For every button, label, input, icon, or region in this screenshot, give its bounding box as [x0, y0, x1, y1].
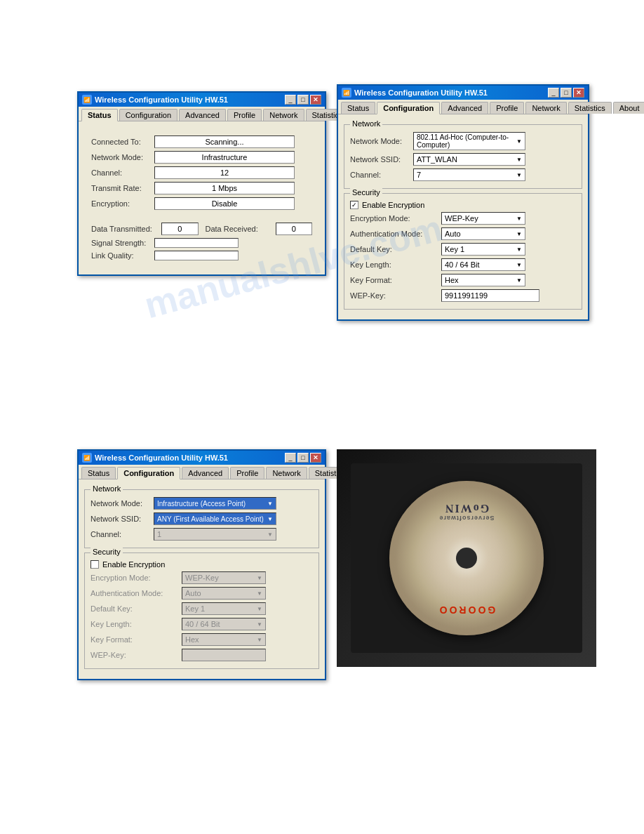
channel-select-3: 1 ▼ — [154, 528, 276, 541]
auth-mode-row-2: Authentication Mode: Auto ▼ — [350, 227, 576, 240]
tabs-bar-2: Status Configuration Advanced Profile Ne… — [338, 100, 588, 114]
tab-network-3[interactable]: Network — [266, 467, 307, 479]
network-mode-arrow-3: ▼ — [267, 501, 273, 507]
tab-about-2[interactable]: About — [613, 102, 644, 114]
wep-key-row-3: WEP-Key: — [90, 649, 313, 661]
ssid-select-3[interactable]: ANY (First Available Access Point) ▼ — [154, 512, 276, 525]
dialog-content-3: Network Network Mode: Infrastructure (Ac… — [79, 479, 325, 679]
maximize-button-2[interactable]: □ — [561, 88, 572, 98]
network-group-2: Network Network Mode: 802.11 Ad-Hoc (Com… — [344, 124, 582, 189]
transmit-rate-row: Transmit Rate: 1 Mbps — [91, 182, 312, 194]
ssid-row-2: Network SSID: ATT_WLAN ▼ — [350, 153, 576, 166]
network-group-title-2: Network — [350, 119, 382, 128]
wep-key-value-3 — [182, 649, 266, 661]
network-mode-value-1: Infrastructure — [154, 151, 295, 164]
channel-row-3: Channel: 1 ▼ — [90, 528, 313, 541]
title-text-3: 📶 Wireless Configuration Utility HW.51 — [82, 453, 228, 463]
minimize-button-2[interactable]: _ — [548, 88, 559, 98]
default-key-select-2[interactable]: Key 1 ▼ — [441, 243, 525, 256]
network-mode-label-1: Network Mode: — [91, 153, 154, 161]
enable-encryption-row-3: Enable Encryption — [90, 560, 313, 569]
network-group-3: Network Network Mode: Infrastructure (Ac… — [84, 489, 319, 548]
enc-mode-label-3: Encryption Mode: — [90, 574, 182, 582]
enable-encryption-checkbox-2[interactable]: ✓ — [350, 201, 358, 209]
signal-strength-bar — [154, 238, 239, 248]
auth-mode-arrow-2: ▼ — [516, 231, 522, 237]
cd-text-gowin: GoWIN — [421, 502, 512, 515]
enc-mode-label-2: Encryption Mode: — [350, 214, 441, 223]
title-buttons-1[interactable]: _ □ ✕ — [285, 95, 321, 105]
dialog-2: 📶 Wireless Configuration Utility HW.51 _… — [337, 84, 589, 321]
channel-select-2[interactable]: 7 ▼ — [413, 168, 525, 181]
dialog-content-1: Connected To: Scanning... Network Mode: … — [79, 121, 325, 274]
security-group-3: Security Enable Encryption Encryption Mo… — [84, 552, 319, 669]
minimize-button-1[interactable]: _ — [285, 95, 296, 105]
security-group-title-2: Security — [350, 188, 382, 197]
wep-key-label-2: WEP-Key: — [350, 291, 441, 300]
enc-mode-select-3: WEP-Key ▼ — [182, 571, 266, 584]
title-text-2: 📶 Wireless Configuration Utility HW.51 — [342, 88, 488, 98]
key-length-select-2[interactable]: 40 / 64 Bit ▼ — [441, 258, 525, 271]
cd-text-serversoftware: Serversoftware — [421, 515, 512, 522]
ssid-select-2[interactable]: ATT_WLAN ▼ — [413, 153, 525, 166]
maximize-button-3[interactable]: □ — [297, 453, 309, 463]
network-mode-select-3[interactable]: Infrastructure (Access Point) ▼ — [154, 497, 276, 510]
tab-status-2[interactable]: Status — [341, 102, 375, 114]
connected-to-value: Scanning... — [154, 135, 295, 148]
default-key-row-2: Default Key: Key 1 ▼ — [350, 243, 576, 256]
key-format-row-3: Key Format: Hex ▼ — [90, 633, 313, 646]
cd-image: Serversoftware GoWIN GOOROO — [337, 449, 596, 667]
tab-config-1[interactable]: Configuration — [119, 109, 177, 121]
tab-advanced-1[interactable]: Advanced — [179, 109, 226, 121]
data-transmitted-row: Data Transmitted: 0 Data Received: 0 — [91, 223, 312, 235]
close-button-2[interactable]: ✕ — [573, 88, 584, 98]
tab-profile-2[interactable]: Profile — [490, 102, 524, 114]
key-format-label-2: Key Format: — [350, 276, 441, 284]
close-button-3[interactable]: ✕ — [310, 453, 321, 463]
tab-status-3[interactable]: Status — [81, 467, 116, 479]
title-bar-2: 📶 Wireless Configuration Utility HW.51 _… — [338, 86, 588, 100]
tab-config-2[interactable]: Configuration — [377, 102, 440, 114]
tabs-bar-1: Status Configuration Advanced Profile Ne… — [79, 107, 325, 121]
enc-mode-row-2: Encryption Mode: WEP-Key ▼ — [350, 212, 576, 225]
title-buttons-3[interactable]: _ □ ✕ — [285, 453, 321, 463]
tab-status-1[interactable]: Status — [81, 109, 118, 121]
cd-text-gooroo: GOOROO — [438, 604, 496, 616]
enc-mode-select-2[interactable]: WEP-Key ▼ — [441, 212, 525, 225]
channel-value-1: 12 — [154, 166, 295, 179]
tab-advanced-3[interactable]: Advanced — [182, 467, 229, 479]
key-length-arrow-2: ▼ — [516, 262, 522, 268]
network-mode-select-2[interactable]: 802.11 Ad-Hoc (Computer-to-Computer) ▼ — [413, 132, 525, 150]
tab-statistics-2[interactable]: Statistics — [568, 102, 612, 114]
close-button-1[interactable]: ✕ — [310, 95, 321, 105]
tab-config-3[interactable]: Configuration — [117, 467, 180, 479]
title-buttons-2[interactable]: _ □ ✕ — [548, 88, 584, 98]
enable-encryption-checkbox-3[interactable] — [90, 560, 99, 569]
auth-mode-select-2[interactable]: Auto ▼ — [441, 227, 525, 240]
maximize-button-1[interactable]: □ — [297, 95, 309, 105]
signal-strength-row: Signal Strength: — [91, 238, 312, 248]
channel-arrow-2: ▼ — [516, 172, 522, 178]
channel-row-1: Channel: 12 — [91, 166, 312, 179]
tab-network-2[interactable]: Network — [525, 102, 566, 114]
enc-mode-row-3: Encryption Mode: WEP-Key ▼ — [90, 571, 313, 584]
tab-profile-1[interactable]: Profile — [227, 109, 262, 121]
channel-label-1: Channel: — [91, 168, 154, 177]
key-length-label-2: Key Length: — [350, 260, 441, 269]
auth-mode-label-2: Authentication Mode: — [350, 230, 441, 238]
tab-profile-3[interactable]: Profile — [230, 467, 264, 479]
link-quality-bar — [154, 251, 239, 260]
encryption-label-1: Encryption: — [91, 199, 154, 208]
wep-key-value-2[interactable]: 9911991199 — [441, 289, 539, 302]
enc-mode-arrow-3: ▼ — [257, 575, 262, 581]
tab-network-1[interactable]: Network — [263, 109, 304, 121]
link-quality-label: Link Quality: — [91, 251, 154, 260]
key-length-row-2: Key Length: 40 / 64 Bit ▼ — [350, 258, 576, 271]
tab-advanced-2[interactable]: Advanced — [441, 102, 488, 114]
key-format-select-2[interactable]: Hex ▼ — [441, 274, 525, 286]
auth-mode-row-3: Authentication Mode: Auto ▼ — [90, 587, 313, 600]
security-group-2: Security ✓ Enable Encryption Encryption … — [344, 193, 582, 310]
cd-disc: Serversoftware GoWIN GOOROO — [389, 481, 544, 635]
minimize-button-3[interactable]: _ — [285, 453, 296, 463]
key-format-select-3: Hex ▼ — [182, 633, 266, 646]
